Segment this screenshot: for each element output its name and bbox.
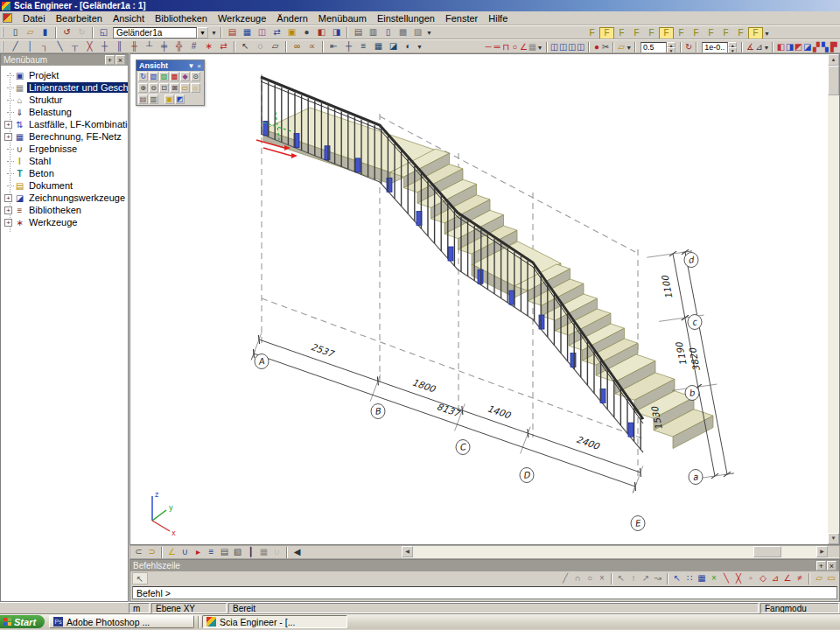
precision-value[interactable]: 1e-0.. bbox=[702, 42, 728, 53]
anno-f-11-icon[interactable]: F bbox=[733, 27, 748, 39]
result-display-icon[interactable]: ∪ bbox=[270, 546, 284, 558]
view-z-icon[interactable]: ▩ bbox=[170, 72, 179, 81]
beam-col-12-icon[interactable]: ╬ bbox=[172, 40, 186, 52]
dropdown-arrow-icon[interactable]: ▼ bbox=[425, 30, 433, 36]
member-red-5-icon[interactable]: ▞ bbox=[812, 41, 821, 53]
grid-lines-icon[interactable]: ▦ bbox=[696, 572, 708, 584]
pick-4-icon[interactable]: ↝ bbox=[652, 572, 664, 584]
redo-icon[interactable]: ↻ bbox=[74, 26, 89, 38]
scroll-down-icon[interactable]: ▼ bbox=[828, 533, 839, 544]
expand-icon[interactable]: + bbox=[4, 219, 12, 227]
beam-col-6-icon[interactable]: ╳ bbox=[82, 40, 97, 52]
ep-7-icon[interactable]: ≠ bbox=[794, 572, 806, 584]
beam-col-5-icon[interactable]: ┬ bbox=[67, 40, 82, 52]
dropdown-arrow-icon[interactable]: ▼ bbox=[626, 45, 632, 51]
anno-f-4-icon[interactable]: F bbox=[629, 27, 644, 39]
pick-2-icon[interactable]: ↑ bbox=[627, 572, 640, 584]
expand-icon[interactable]: + bbox=[4, 206, 12, 214]
clip-a-icon[interactable]: ⊂ bbox=[132, 546, 145, 558]
member-check-icon[interactable]: ◫ bbox=[255, 26, 270, 38]
weld-red-icon[interactable]: ● bbox=[592, 41, 601, 53]
menu-werkzeuge[interactable]: Werkzeuge bbox=[213, 12, 271, 24]
sidebar-item-berechnung[interactable]: +▦Berechnung, FE-Netz bbox=[4, 130, 128, 143]
menu-menbaum[interactable]: Menübaum bbox=[313, 12, 372, 24]
spin-down-icon[interactable]: ▼ bbox=[667, 47, 676, 53]
view-x-icon[interactable]: ▧ bbox=[149, 72, 158, 81]
beam-col-9-icon[interactable]: ╫ bbox=[127, 40, 142, 52]
document-view-icon[interactable]: ▯ bbox=[381, 26, 396, 38]
window-split-2-icon[interactable]: ◨ bbox=[329, 26, 344, 38]
sidebar-item-lastfaelle[interactable]: +⇅Lastfälle, LF-Kombinationen bbox=[4, 118, 128, 130]
anno-f-12-icon[interactable]: F bbox=[748, 27, 763, 39]
menu-ndern[interactable]: Ändern bbox=[271, 12, 312, 24]
link-oo-icon[interactable]: ∞ bbox=[290, 40, 304, 52]
mesh-display-icon[interactable]: ▦ bbox=[257, 546, 270, 558]
vertical-scroll-thumb[interactable] bbox=[828, 66, 839, 95]
new-file-icon[interactable]: ▯ bbox=[8, 26, 23, 38]
scale-value[interactable]: 0.5 bbox=[640, 42, 667, 53]
task-button-photoshop[interactable]: PsAdobe Photoshop ... bbox=[49, 615, 194, 628]
snap-circle-icon[interactable]: ○ bbox=[584, 572, 596, 584]
render-window-icon[interactable]: ▣ bbox=[164, 94, 174, 104]
dropdown-arrow-icon[interactable]: ▼ bbox=[763, 45, 769, 51]
zoom-in-icon[interactable]: ⊕ bbox=[138, 83, 148, 93]
menu-bibliotheken[interactable]: Bibliotheken bbox=[150, 12, 213, 24]
sidebar-item-beton[interactable]: TBeton bbox=[4, 167, 128, 179]
title-bar[interactable]: Scia Engineer - [Geländer1a : 1] bbox=[0, 0, 840, 11]
angle-red-icon[interactable]: ∠ bbox=[519, 41, 528, 53]
anno-f-3-icon[interactable]: F bbox=[614, 27, 629, 39]
render-display-icon[interactable]: ▧ bbox=[231, 546, 244, 558]
zoom-all-icon[interactable]: ⊠ bbox=[170, 83, 179, 93]
undo-icon[interactable]: ↺ bbox=[60, 26, 74, 38]
project-data-icon[interactable]: ▤ bbox=[225, 26, 240, 38]
command-input[interactable]: Befehl > bbox=[132, 586, 837, 599]
cursor-mode-icon[interactable]: ↖ bbox=[132, 572, 148, 584]
dropdown-arrow-icon[interactable]: ▼ bbox=[763, 31, 771, 37]
member-red-7-icon[interactable]: ▛ bbox=[830, 41, 838, 53]
combobox-dropdown-icon[interactable]: ▼ bbox=[197, 27, 208, 38]
storey-tool-icon[interactable]: ≡ bbox=[356, 40, 371, 52]
dim-tool-icon[interactable]: ⇤ bbox=[326, 40, 341, 52]
close-icon[interactable]: × bbox=[827, 561, 836, 570]
beam-col-11-icon[interactable]: ╪ bbox=[157, 40, 172, 52]
ep-6-icon[interactable]: ∠ bbox=[781, 572, 794, 584]
offset-red-icon[interactable]: ═ bbox=[493, 41, 501, 53]
sidebar-item-dokument[interactable]: ▤Dokument bbox=[4, 179, 128, 192]
beam-col-1-icon[interactable]: ╱ bbox=[8, 40, 23, 52]
member-red-2-icon[interactable]: ◨ bbox=[785, 41, 794, 53]
grid-gray-icon[interactable]: ▦ bbox=[528, 41, 536, 53]
sidebar-item-stahl[interactable]: IStahl bbox=[4, 155, 128, 167]
sidebar-item-werkzeuge[interactable]: +∗Werkzeuge bbox=[4, 216, 128, 228]
level-display-icon[interactable]: ≡ bbox=[205, 546, 218, 558]
dropdown-arrow-icon[interactable]: ▼ bbox=[416, 44, 424, 50]
view-y-icon[interactable]: ▨ bbox=[159, 72, 169, 81]
project-combobox[interactable]: Geländer1a▼ bbox=[113, 27, 208, 38]
pin-icon[interactable]: + bbox=[105, 55, 115, 65]
task-button-scia[interactable]: Scia Engineer - [... bbox=[202, 615, 347, 628]
menu-einstellungen[interactable]: Einstellungen bbox=[372, 12, 440, 24]
snap-mode-status[interactable]: Fangmodu bbox=[760, 603, 839, 613]
expand-icon[interactable]: + bbox=[4, 133, 12, 141]
beam-col-4-icon[interactable]: ╲ bbox=[52, 40, 67, 52]
rotate-small-icon[interactable]: ↻ bbox=[684, 41, 693, 53]
beam-col-2-icon[interactable]: │ bbox=[23, 40, 38, 52]
zoom-cursor-icon[interactable]: ⊙ bbox=[191, 72, 200, 81]
light-bulb-icon[interactable]: ☼ bbox=[191, 83, 200, 93]
xml-exchange-icon[interactable]: ⇄ bbox=[270, 26, 284, 38]
beam-col-8-icon[interactable]: ║ bbox=[112, 40, 127, 52]
open-file-icon[interactable]: ▱ bbox=[23, 26, 38, 38]
window-split-1-icon[interactable]: ◧ bbox=[314, 26, 329, 38]
drawing-gallery-icon[interactable]: ▨ bbox=[410, 26, 425, 38]
zoom-window-icon[interactable]: ⊡ bbox=[159, 83, 169, 93]
view-settings-icon[interactable]: ◩ bbox=[175, 94, 185, 104]
member-red-6-icon[interactable]: ▚ bbox=[821, 41, 830, 53]
scroll-right-icon[interactable]: ▶ bbox=[816, 546, 828, 557]
clip-box-icon[interactable]: ▭ bbox=[180, 83, 190, 93]
clip-b-icon[interactable]: ⊃ bbox=[145, 546, 158, 558]
pick-3-icon[interactable]: ↗ bbox=[640, 572, 652, 584]
camera-tool-icon[interactable]: ◐ bbox=[401, 40, 416, 52]
copy-win-4-icon[interactable]: ◫ bbox=[577, 41, 585, 53]
ep-2-icon[interactable]: ╳ bbox=[732, 572, 745, 584]
menu-hilfe[interactable]: Hilfe bbox=[483, 12, 513, 24]
horizontal-scroll-thumb[interactable] bbox=[753, 546, 781, 557]
